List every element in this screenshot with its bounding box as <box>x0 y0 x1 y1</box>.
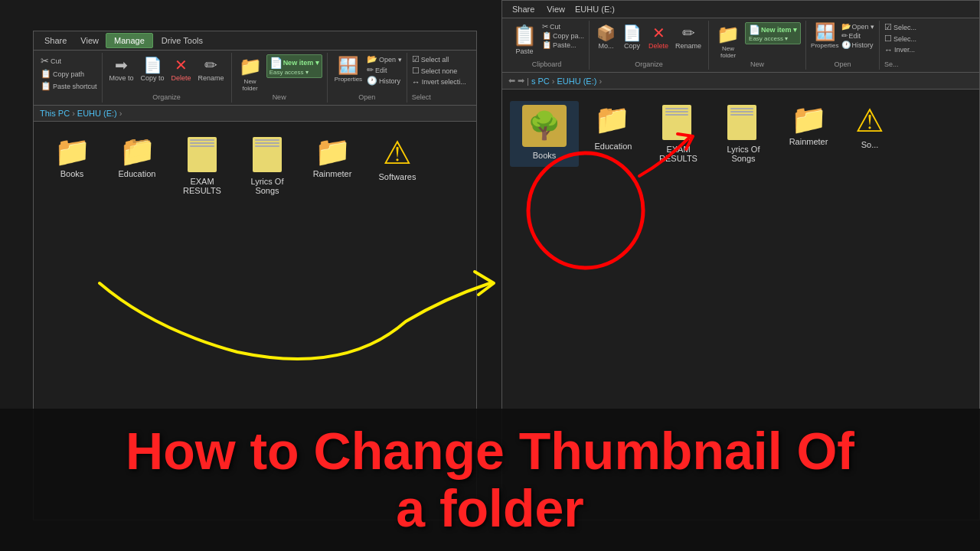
right-edit-icon: ✏ <box>841 31 848 40</box>
right-new-folder-button[interactable]: 📁 New folder <box>714 22 743 60</box>
left-file-content: 📁 Books 📁 📁 Education EXAM <box>34 122 476 210</box>
right-history-button[interactable]: 🕐 History <box>841 41 875 49</box>
right-folder-softwares[interactable]: ⚠ So... <box>843 101 897 167</box>
invert-icon: ↔ <box>412 77 420 86</box>
right-rename-icon: ✏ <box>682 24 695 42</box>
select-none-button[interactable]: ☐ Select none <box>412 66 466 76</box>
rename-button[interactable]: ✏ Rename <box>196 54 227 83</box>
right-address-bar: ⬅ ➡ | s PC › EUHU (E:) › <box>502 73 979 90</box>
right-paste-shortcut-button[interactable]: 📋 Paste... <box>542 41 584 49</box>
right-tab-view[interactable]: View <box>541 2 571 16</box>
right-select-all-button[interactable]: ☑ Selec... <box>884 22 916 32</box>
paste-shortcut-button[interactable]: 📋 Paste shortcut <box>39 80 99 92</box>
folder-exam-results[interactable]: EXAM RESULTS <box>172 133 233 199</box>
right-properties-button[interactable]: 🪟 Properties <box>811 22 838 49</box>
right-rainmeter-icon: 📁 <box>791 105 827 134</box>
new-folder-button[interactable]: 📁 New folder <box>237 54 264 93</box>
right-cut-button[interactable]: ✂ Cut <box>542 22 584 31</box>
left-new-group: 📁 New folder 📄 New item ▾ Easy access ▾ … <box>232 53 328 103</box>
left-tab-manage[interactable]: Manage <box>106 33 153 48</box>
right-select-all-icon: ☑ <box>884 22 892 32</box>
folder-education[interactable]: 📁 📁 Education <box>106 133 168 199</box>
right-folder-exam[interactable]: EXAM RESULTS <box>648 101 709 167</box>
lyrics-icon <box>251 137 283 174</box>
lyrics-folder-label: Lyrics Of Songs <box>240 177 294 195</box>
copy-to-icon: 📄 <box>143 56 162 74</box>
right-ribbon-content: 📋 Paste ✂ Cut 📋 Copy pa... 📋 Past <box>502 18 979 73</box>
right-ribbon-tabs: Share View EUHU (E:) <box>502 1 979 18</box>
open-label: Open <box>358 93 375 101</box>
select-none-icon: ☐ <box>412 66 420 76</box>
books-folder-icon: 📁 <box>54 137 90 166</box>
right-copy-button[interactable]: 📄 Copy <box>620 22 644 51</box>
education-folder-icon: 📁 📁 <box>119 137 155 166</box>
folder-lyrics[interactable]: Lyrics Of Songs <box>237 133 298 199</box>
right-breadcrumb-nav[interactable]: ⬅ ➡ <box>508 76 524 86</box>
right-invert-button[interactable]: ↔ Inver... <box>884 45 916 54</box>
cut-button[interactable]: ✂ Cut <box>39 54 99 67</box>
left-organize-group: ➡ Move to 📄 Copy to ✕ Delete ✏ Rename <box>103 53 232 103</box>
right-folder-lyrics[interactable]: Lyrics Of Songs <box>713 101 774 167</box>
right-select-none-button[interactable]: ☐ Selec... <box>884 34 916 44</box>
left-tab-drive-tools[interactable]: Drive Tools <box>155 33 210 48</box>
main-title-line2: a folder <box>23 480 957 537</box>
left-open-group: 🪟 Properties 📂 Open ▾ ✏ Edit 🕐 Hi <box>328 53 407 103</box>
move-to-button[interactable]: ➡ Move to <box>107 54 136 83</box>
history-button[interactable]: 🕐 History <box>367 76 402 86</box>
right-softwares-icon: ⚠ <box>855 105 884 137</box>
right-copy-icon: 📄 <box>622 24 642 42</box>
right-folder-education[interactable]: 📁 📁 Education <box>583 101 644 167</box>
right-paste-shortcut-icon: 📋 <box>542 41 551 49</box>
right-delete-button[interactable]: ✕ Delete <box>646 22 671 51</box>
paste-button[interactable]: 📋 Paste <box>509 22 540 57</box>
left-tab-share[interactable]: Share <box>38 33 74 48</box>
select-all-icon: ☑ <box>412 54 420 64</box>
right-open-label: Open <box>835 60 851 68</box>
right-new-group: 📁 New folder 📄 New item ▾ Easy access ▾ … <box>709 21 806 70</box>
right-breadcrumb-drive[interactable]: EUHU (E:) <box>557 77 596 86</box>
copy-path-button[interactable]: 📋 Copy path <box>39 68 99 80</box>
folder-books[interactable]: 📁 Books <box>41 133 103 199</box>
right-folder-books[interactable]: 🌳 Books <box>510 101 579 167</box>
new-folder-icon: 📁 <box>239 56 262 78</box>
right-select-group: ☑ Selec... ☐ Selec... ↔ Inver... Se... <box>880 21 921 70</box>
right-breadcrumb-pc[interactable]: s PC <box>531 77 550 86</box>
right-edit-button[interactable]: ✏ Edit <box>841 31 875 40</box>
rename-icon: ✏ <box>204 56 217 74</box>
select-all-button[interactable]: ☑ Select all <box>412 54 466 64</box>
properties-button[interactable]: 🪟 Properties <box>332 54 364 86</box>
invert-selection-button[interactable]: ↔ Invert selecti... <box>412 77 466 86</box>
right-rename-button[interactable]: ✏ Rename <box>673 22 704 51</box>
right-open-button[interactable]: 📂 Open ▾ <box>841 22 875 31</box>
right-invert-icon: ↔ <box>884 45 893 54</box>
right-tab-share[interactable]: Share <box>506 2 541 16</box>
breadcrumb-drive[interactable]: EUHU (E:) <box>77 109 117 118</box>
right-open-group: 🪟 Properties 📂 Open ▾ ✏ Edit 🕐 History <box>806 21 880 70</box>
copy-path-icon: 📋 <box>41 69 51 79</box>
right-delete-icon: ✕ <box>652 24 665 42</box>
left-tab-view[interactable]: View <box>74 33 106 48</box>
right-new-folder-icon: 📁 <box>717 24 740 45</box>
edit-icon: ✏ <box>367 65 374 75</box>
right-cut-icon: ✂ <box>542 22 548 31</box>
delete-button[interactable]: ✕ Delete <box>169 54 194 83</box>
left-clipboard-group: ✂ Cut 📋 Copy path 📋 Paste shortcut <box>36 53 103 103</box>
breadcrumb-this-pc[interactable]: This PC <box>40 109 70 118</box>
folder-rainmeter[interactable]: 📁 Rainmeter <box>302 133 363 199</box>
right-copy-path-button[interactable]: 📋 Copy pa... <box>542 31 584 40</box>
edit-button[interactable]: ✏ Edit <box>367 65 402 75</box>
rainmeter-folder-label: Rainmeter <box>313 169 352 178</box>
right-folder-rainmeter[interactable]: 📁 Rainmeter <box>778 101 839 167</box>
paste-icon: 📋 <box>512 24 537 47</box>
right-education-icon: 📁 📁 <box>594 105 632 139</box>
right-new-item-button[interactable]: 📄 New item ▾ Easy access ▾ <box>745 22 801 44</box>
copy-to-button[interactable]: 📄 Copy to <box>139 54 167 83</box>
books-folder-label: Books <box>60 169 84 178</box>
right-history-icon: 🕐 <box>841 41 851 49</box>
new-item-button[interactable]: 📄 New item ▾ Easy access ▾ <box>266 54 322 78</box>
open-button[interactable]: 📂 Open ▾ <box>367 54 402 64</box>
right-move-button[interactable]: 📦 Mo... <box>594 22 618 51</box>
properties-icon: 🪟 <box>338 56 358 76</box>
folder-softwares[interactable]: ⚠ Softwares <box>367 133 428 199</box>
right-clipboard-group: 📋 Paste ✂ Cut 📋 Copy pa... 📋 Past <box>505 21 590 70</box>
